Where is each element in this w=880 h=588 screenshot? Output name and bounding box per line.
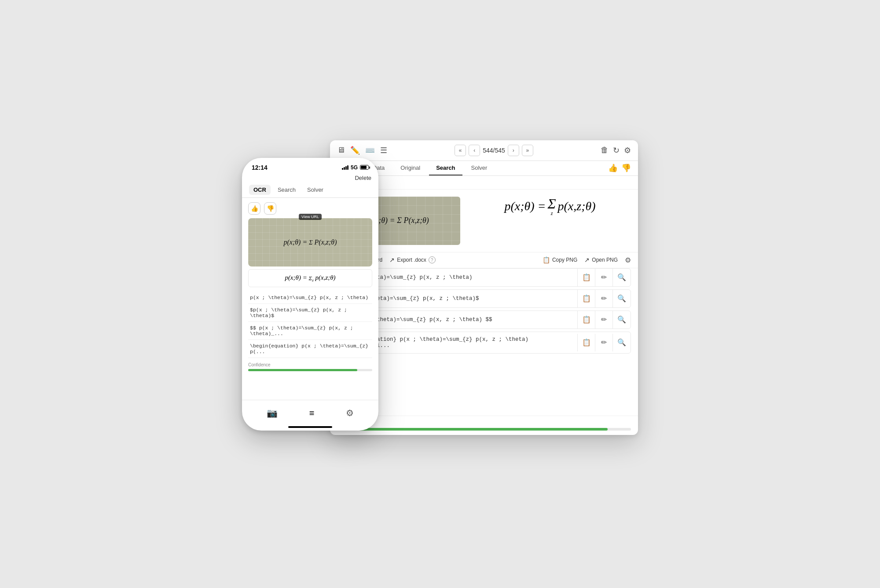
menu-icon[interactable]: ☰ — [380, 146, 387, 155]
phone-code-item-4[interactable]: \begin{equation} p(x ; \theta)=\sum_{z} … — [248, 340, 372, 358]
battery-icon — [360, 165, 369, 170]
prev-page-button[interactable]: ‹ — [469, 145, 480, 156]
phone-toolbar: Delete — [242, 174, 378, 183]
copy-code-1-button[interactable]: 📋 — [578, 269, 595, 286]
phone-tabs: OCR Search Solver — [242, 183, 378, 198]
search-code-2-button[interactable]: 🔍 — [613, 290, 631, 307]
refresh-icon[interactable]: ↻ — [613, 146, 620, 155]
panel-code-actions-3: 📋 ✏ 🔍 — [577, 311, 631, 329]
panel-formula-rendered: p(x;θ) = Σ z p(x,z;θ) — [469, 197, 631, 216]
search-code-3-button[interactable]: 🔍 — [613, 311, 631, 329]
settings-filter-icon[interactable]: ⚙ — [625, 256, 631, 264]
panel-actions-right: 📋 Copy PNG ↗ Open PNG ⚙ — [543, 256, 631, 264]
phone-tab-search[interactable]: Search — [273, 185, 300, 195]
copy-code-3-button[interactable]: 📋 — [578, 311, 595, 329]
thumbs-up-panel-icon[interactable]: 👍 — [608, 163, 618, 173]
search-code-1-button[interactable]: 🔍 — [613, 269, 631, 286]
panel-tab-search[interactable]: Search — [429, 161, 462, 175]
phone-formula-image-text: p(x;θ) = Σ P(x,z;θ) — [283, 238, 337, 246]
phone-status-bar: 12:14 5G — [242, 158, 378, 174]
panel-confidence-label: Confidence — [337, 420, 631, 426]
next-page-button[interactable]: › — [508, 145, 519, 156]
last-page-button[interactable]: » — [522, 145, 533, 156]
delete-label[interactable]: Delete — [355, 175, 371, 181]
copy-png-icon: 📋 — [543, 256, 550, 263]
thumbs-down-panel-icon[interactable]: 👎 — [621, 163, 631, 173]
edit-code-4-button[interactable]: ✏ — [595, 334, 613, 351]
copy-png-button[interactable]: 📋 Copy PNG — [543, 256, 577, 263]
scene: 12:14 5G Delete OCR Search Solver — [242, 140, 638, 448]
help-icon[interactable]: ? — [429, 256, 436, 263]
panel-toolbar: 🖥 ✏️ ⌨️ ☰ « ‹ 544/545 › » 🗑 ↻ ⚙ — [330, 140, 638, 161]
thumbs-down-button[interactable]: 👎 — [264, 202, 276, 215]
panel-code-actions-2: 📋 ✏ 🔍 — [577, 290, 631, 307]
settings-icon[interactable]: ⚙ — [624, 146, 631, 155]
panel-tab-original[interactable]: Original — [393, 161, 427, 175]
phone-confidence-bar-fill — [248, 369, 357, 371]
open-png-button[interactable]: ↗ Open PNG — [584, 256, 618, 263]
export-docx-label: Export .docx — [397, 257, 426, 263]
phone-thumbs: 👍 👎 — [248, 202, 372, 215]
nav-menu-icon[interactable]: ≡ — [309, 408, 315, 418]
page-counter: 544/545 — [483, 147, 505, 154]
copy-code-2-button[interactable]: 📋 — [578, 290, 595, 307]
panel-code-actions-1: 📋 ✏ 🔍 — [577, 269, 631, 286]
phone-code-list: p(x ; \theta)=\sum_{z} p(x, z ; \theta) … — [248, 292, 372, 358]
panel-code-row-3: $$ p(x ; \theta)=\sum_{z} p(x, z ; \thet… — [337, 310, 631, 329]
nav-camera-icon[interactable]: 📷 — [267, 408, 278, 418]
export-docx-icon: ↗ — [389, 256, 395, 263]
phone-time: 12:14 — [252, 164, 268, 171]
panel-code-actions-4: 📋 ✏ 🔍 — [577, 334, 631, 351]
phone-formula-rendered: p(x;θ) = Σz p(x,z;θ) — [248, 269, 372, 287]
toolbar-right: 🗑 ↻ ⚙ — [601, 146, 631, 155]
monitor-icon[interactable]: 🖥 — [337, 146, 345, 155]
search-code-4-button[interactable]: 🔍 — [613, 334, 631, 351]
page-nav: « ‹ 544/545 › » — [455, 145, 533, 156]
open-png-icon: ↗ — [584, 256, 590, 263]
signal-bars-icon — [342, 165, 348, 170]
signal-label: 5G — [351, 164, 358, 171]
export-docx-button[interactable]: ↗ Export .docx ? — [389, 256, 436, 263]
nav-settings-icon[interactable]: ⚙ — [346, 408, 354, 418]
panel-code-row-1: p(x ; \theta)=\sum_{z} p(x, z ; \theta) … — [337, 268, 631, 287]
phone-device: 12:14 5G Delete OCR Search Solver — [242, 158, 378, 431]
panel-confidence-bar-bg — [337, 428, 631, 431]
view-url-badge[interactable]: View URL — [299, 214, 322, 220]
phone-confidence-label: Confidence — [248, 362, 372, 367]
phone-tab-solver[interactable]: Solver — [303, 185, 328, 195]
phone-content: 👍 👎 View URL p(x;θ) = Σ P(x,z;θ) p(x;θ) … — [242, 198, 378, 376]
phone-code-item-2[interactable]: $p(x ; \theta)=\sum_{z} p(x, z ; \theta)… — [248, 304, 372, 322]
thumbs-up-button[interactable]: 👍 — [248, 202, 260, 215]
delete-icon[interactable]: 🗑 — [601, 146, 609, 155]
phone-code-item-3[interactable]: $$ p(x ; \theta)=\sum_{z} p(x, z ; \thet… — [248, 322, 372, 340]
panel-tab-solver[interactable]: Solver — [464, 161, 495, 175]
panel-code-row-4: \begin{equation} p(x ; \theta)=\sum_{z} … — [337, 332, 631, 354]
phone-formula-image: View URL p(x;θ) = Σ P(x,z;θ) — [248, 218, 372, 267]
edit-code-3-button[interactable]: ✏ — [595, 311, 613, 329]
phone-confidence-bar-bg — [248, 369, 372, 371]
first-page-button[interactable]: « — [455, 145, 466, 156]
copy-png-label: Copy PNG — [552, 257, 577, 263]
copy-code-4-button[interactable]: 📋 — [578, 334, 595, 351]
phone-tab-ocr[interactable]: OCR — [249, 185, 271, 195]
phone-confidence: Confidence — [248, 362, 372, 371]
pen-icon[interactable]: ✏️ — [350, 146, 360, 155]
phone-home-indicator — [288, 426, 332, 428]
open-png-label: Open PNG — [592, 257, 618, 263]
panel-code-row-2: $p(x ; \theta)=\sum_{z} p(x, z ; \theta)… — [337, 289, 631, 308]
edit-code-2-button[interactable]: ✏ — [595, 290, 613, 307]
phone-code-item-1[interactable]: p(x ; \theta)=\sum_{z} p(x, z ; \theta) — [248, 292, 372, 304]
edit-code-1-button[interactable]: ✏ — [595, 269, 613, 286]
keyboard-icon[interactable]: ⌨️ — [365, 146, 375, 155]
phone-status-right: 5G — [342, 164, 369, 171]
